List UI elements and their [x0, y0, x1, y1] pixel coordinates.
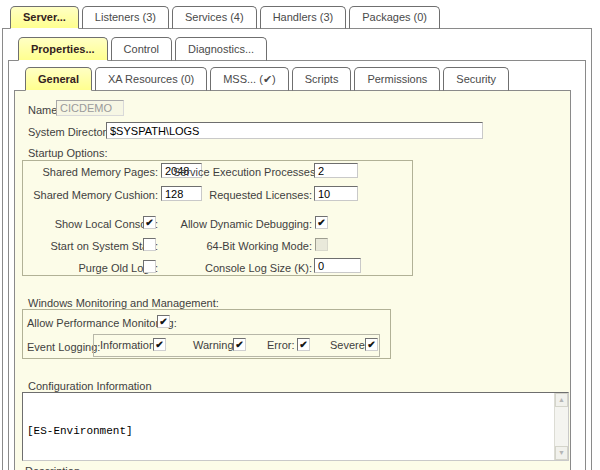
- properties-subtab-bar: General XA Resources (0) MSS... (✔) Scri…: [25, 67, 512, 91]
- tab-properties[interactable]: Properties...: [18, 37, 108, 61]
- tab-listeners[interactable]: Listeners (3): [82, 6, 169, 29]
- tab-packages[interactable]: Packages (0): [349, 6, 440, 29]
- requested-licenses-field[interactable]: [314, 186, 358, 201]
- allow-dynamic-debugging-label: Allow Dynamic Debugging:: [173, 218, 312, 230]
- error-checkbox[interactable]: ✔: [297, 338, 310, 351]
- system-directory-field[interactable]: [106, 122, 483, 139]
- purge-old-logs-checkbox[interactable]: [143, 260, 156, 273]
- start-on-system-start-checkbox[interactable]: [143, 238, 156, 251]
- show-local-console-label: Show Local Console:: [27, 218, 158, 230]
- tab-handlers[interactable]: Handlers (3): [260, 6, 347, 29]
- config-scrollbar[interactable]: ▲ ▼: [554, 393, 568, 460]
- startup-options-title: Startup Options:: [28, 147, 108, 159]
- allow-performance-monitoring-checkbox[interactable]: ✔: [157, 315, 170, 328]
- general-page: Name: System Directory: Startup Options:…: [14, 90, 571, 470]
- system-directory-label: System Directory:: [28, 126, 115, 138]
- shared-memory-pages-label: Shared Memory Pages:: [27, 166, 158, 178]
- tab-permissions[interactable]: Permissions: [354, 67, 440, 91]
- startup-options-group: Shared Memory Pages: Service Execution P…: [22, 160, 413, 276]
- error-label: Error:: [267, 339, 295, 351]
- tab-scripts[interactable]: Scripts: [292, 67, 352, 91]
- console-log-size-field[interactable]: [314, 258, 361, 273]
- 64-bit-working-mode-label: 64-Bit Working Mode:: [173, 240, 312, 252]
- tab-general[interactable]: General: [25, 67, 92, 91]
- warning-label: Warning:: [193, 339, 237, 351]
- configuration-text[interactable]: [ES-Environment] SYSPATH=D:DEMO2ES_CICS …: [27, 396, 552, 459]
- description-label: Description: [25, 465, 80, 470]
- warning-checkbox[interactable]: ✔: [233, 338, 246, 351]
- monitoring-group: Allow Performance Monitoring: ✔ Event Lo…: [22, 309, 391, 359]
- service-execution-processes-field[interactable]: [314, 163, 358, 178]
- start-on-system-start-label: Start on System Start:: [27, 240, 158, 252]
- server-page: Properties... Control Diagnostics... Gen…: [2, 28, 592, 470]
- tab-xa-resources[interactable]: XA Resources (0): [95, 67, 207, 91]
- name-field: [56, 100, 124, 116]
- server-subtab-bar: Properties... Control Diagnostics...: [18, 37, 270, 61]
- informational-checkbox[interactable]: ✔: [153, 338, 166, 351]
- tab-mss[interactable]: MSS... (✔): [210, 67, 289, 91]
- 64-bit-working-mode-checkbox: [315, 238, 328, 251]
- tab-security[interactable]: Security: [443, 67, 509, 91]
- allow-performance-monitoring-label: Allow Performance Monitoring:: [27, 317, 177, 329]
- allow-dynamic-debugging-checkbox[interactable]: ✔: [315, 216, 328, 229]
- scroll-up-icon[interactable]: ▲: [555, 393, 568, 407]
- purge-old-logs-label: Purge Old Logs:: [27, 262, 158, 274]
- admin-console-screen: Server... Listeners (3) Services (4) Han…: [0, 0, 600, 470]
- severe-label: Severe:: [330, 339, 368, 351]
- scroll-down-icon[interactable]: ▼: [555, 446, 568, 460]
- configuration-information-editor[interactable]: [ES-Environment] SYSPATH=D:DEMO2ES_CICS …: [22, 392, 569, 461]
- severe-checkbox[interactable]: ✔: [365, 338, 378, 351]
- tab-control[interactable]: Control: [111, 37, 172, 61]
- event-logging-group: Informational: ✔ Warning: ✔ Error: ✔ Sev…: [93, 334, 380, 357]
- tab-diagnostics[interactable]: Diagnostics...: [175, 37, 267, 61]
- tab-server[interactable]: Server...: [10, 6, 79, 29]
- configuration-information-label: Configuration Information: [28, 380, 152, 392]
- server-tab-bar: Server... Listeners (3) Services (4) Han…: [10, 6, 443, 29]
- properties-page: General XA Resources (0) MSS... (✔) Scri…: [8, 60, 586, 470]
- monitoring-title: Windows Monitoring and Management:: [28, 297, 219, 309]
- service-execution-processes-label: Service Execution Processes:: [173, 166, 312, 178]
- config-line: [ES-Environment]: [27, 424, 552, 438]
- tab-services[interactable]: Services (4): [172, 6, 257, 29]
- console-log-size-label: Console Log Size (K):: [173, 262, 312, 274]
- show-local-console-checkbox[interactable]: ✔: [143, 216, 156, 229]
- shared-memory-cushion-label: Shared Memory Cushion:: [27, 189, 158, 201]
- requested-licenses-label: Requested Licenses:: [173, 189, 312, 201]
- event-logging-label: Event Logging:: [27, 341, 100, 353]
